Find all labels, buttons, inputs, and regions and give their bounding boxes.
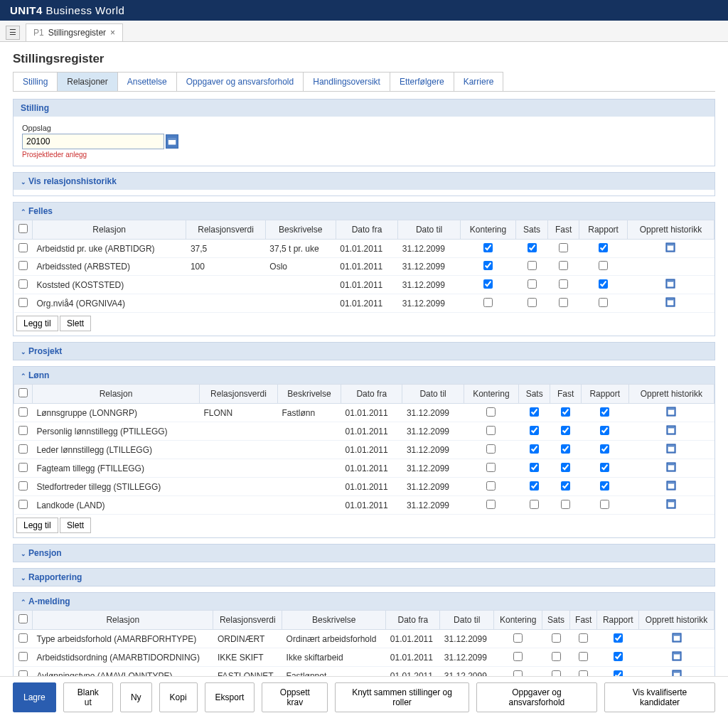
oppsettkrav-button[interactable]: Oppsett krav <box>262 682 328 712</box>
historikk-icon[interactable] <box>672 651 682 661</box>
checkbox[interactable] <box>486 481 496 491</box>
checkbox[interactable] <box>486 444 496 454</box>
leggtil-button[interactable]: Legg til <box>16 316 58 331</box>
tab-stilling[interactable]: Stilling <box>13 72 58 91</box>
checkbox[interactable] <box>483 243 493 252</box>
checkbox[interactable] <box>600 426 609 435</box>
historikk-icon[interactable] <box>665 279 675 289</box>
row-select-checkbox[interactable] <box>18 481 28 491</box>
checkbox[interactable] <box>559 298 568 307</box>
checkbox[interactable] <box>600 407 609 417</box>
checkbox[interactable] <box>600 444 609 454</box>
row-select-checkbox[interactable] <box>18 463 28 472</box>
tab-oppgaver[interactable]: Oppgaver og ansvarsforhold <box>176 72 304 91</box>
section-amelding-head[interactable]: ⌃A-melding <box>14 593 714 610</box>
checkbox[interactable] <box>486 407 496 417</box>
blankut-button[interactable]: Blank ut <box>63 682 113 712</box>
oppslag-input[interactable] <box>22 134 164 149</box>
checkbox[interactable] <box>561 463 570 472</box>
checkbox[interactable] <box>600 463 609 472</box>
lookup-button[interactable] <box>166 134 178 149</box>
table-row[interactable]: Koststed (KOSTSTED)01.01.201131.12.2099 <box>14 276 714 294</box>
row-select-checkbox[interactable] <box>18 444 28 454</box>
checkbox[interactable] <box>599 298 608 307</box>
row-select-checkbox[interactable] <box>18 298 28 307</box>
row-select-checkbox[interactable] <box>18 633 28 643</box>
leggtil-button[interactable]: Legg til <box>16 518 58 533</box>
tab-relasjoner[interactable]: Relasjoner <box>57 72 117 91</box>
knytt-button[interactable]: Knytt sammen stillinger og roller <box>335 682 469 712</box>
table-row[interactable]: Arbeidstidsordning (AMARBTIDORDNING)IKKE… <box>14 648 714 667</box>
checkbox[interactable] <box>483 298 493 307</box>
lagre-button[interactable]: Lagre <box>13 682 56 712</box>
checkbox[interactable] <box>528 298 537 307</box>
table-row[interactable]: Arbeidstid pr. uke (ARBTIDGR)37,537,5 t … <box>14 240 714 258</box>
checkbox[interactable] <box>530 426 539 435</box>
close-icon[interactable]: × <box>110 28 115 38</box>
row-select-checkbox[interactable] <box>18 407 28 417</box>
oppgaver-button[interactable]: Oppgaver og ansvarsforhold <box>476 682 597 712</box>
eksport-button[interactable]: Eksport <box>205 682 255 712</box>
checkbox[interactable] <box>528 243 537 252</box>
tab-handlingsoversikt[interactable]: Handlingsoversikt <box>303 72 390 91</box>
checkbox[interactable] <box>513 652 523 661</box>
select-all-checkbox[interactable] <box>18 388 28 397</box>
row-select-checkbox[interactable] <box>18 243 28 252</box>
table-row[interactable]: Stedfortreder tillegg (STILLEGG)01.01.20… <box>14 478 714 496</box>
checkbox[interactable] <box>614 633 623 643</box>
historikk-icon[interactable] <box>666 499 676 509</box>
table-row[interactable]: Arbeidssted (ARBSTED)100Oslo01.01.201131… <box>14 258 714 276</box>
table-row[interactable]: Landkode (LAND)01.01.201131.12.2099 <box>14 496 714 515</box>
checkbox[interactable] <box>561 407 570 417</box>
section-felles-head[interactable]: ⌃Felles <box>14 203 714 220</box>
historikk-icon[interactable] <box>666 444 676 454</box>
historikk-icon[interactable] <box>666 407 676 417</box>
checkbox[interactable] <box>530 481 539 491</box>
section-vis-historikk-head[interactable]: ⌄Vis relasjonshistorikk <box>14 173 714 190</box>
checkbox[interactable] <box>483 279 493 289</box>
checkbox[interactable] <box>486 426 496 435</box>
checkbox[interactable] <box>599 261 608 270</box>
table-row[interactable]: Lønnsgruppe (LONNGRP)FLONNFastlønn01.01.… <box>14 404 714 422</box>
checkbox[interactable] <box>600 500 609 509</box>
tab-karriere[interactable]: Karriere <box>454 72 504 91</box>
checkbox[interactable] <box>530 500 539 509</box>
slett-button[interactable]: Slett <box>60 518 91 533</box>
checkbox[interactable] <box>483 261 493 270</box>
menu-icon[interactable]: ☰ <box>6 26 20 40</box>
row-select-checkbox[interactable] <box>18 500 28 509</box>
section-rapportering-head[interactable]: ⌄Rapportering <box>14 569 714 586</box>
checkbox[interactable] <box>530 463 539 472</box>
checkbox[interactable] <box>486 463 496 472</box>
checkbox[interactable] <box>599 279 608 289</box>
historikk-icon[interactable] <box>666 481 676 491</box>
table-row[interactable]: Leder lønnstillegg (LTILLEGG)01.01.20113… <box>14 441 714 459</box>
row-select-checkbox[interactable] <box>18 652 28 661</box>
historikk-icon[interactable] <box>665 297 675 307</box>
checkbox[interactable] <box>552 633 561 643</box>
checkbox[interactable] <box>559 243 568 252</box>
checkbox[interactable] <box>559 279 568 289</box>
checkbox[interactable] <box>559 261 568 270</box>
table-row[interactable]: Org.nviå4 (ORGNIVA4)01.01.201131.12.2099 <box>14 294 714 313</box>
historikk-icon[interactable] <box>665 242 675 252</box>
checkbox[interactable] <box>579 633 588 643</box>
kopi-button[interactable]: Kopi <box>159 682 198 712</box>
tab-ansettelse[interactable]: Ansettelse <box>117 72 177 91</box>
checkbox[interactable] <box>528 261 537 270</box>
checkbox[interactable] <box>530 407 539 417</box>
section-pensjon-head[interactable]: ⌄Pensjon <box>14 545 714 562</box>
row-select-checkbox[interactable] <box>18 426 28 435</box>
checkbox[interactable] <box>600 481 609 491</box>
checkbox[interactable] <box>552 652 561 661</box>
table-row[interactable]: Personlig lønnstillegg (PTILLEGG)01.01.2… <box>14 422 714 441</box>
checkbox[interactable] <box>561 481 570 491</box>
viskvalifiserte-button[interactable]: Vis kvalifiserte kandidater <box>604 682 715 712</box>
historikk-icon[interactable] <box>666 425 676 435</box>
checkbox[interactable] <box>513 633 523 643</box>
checkbox[interactable] <box>530 444 539 454</box>
historikk-icon[interactable] <box>672 633 682 643</box>
checkbox[interactable] <box>486 500 496 509</box>
checkbox[interactable] <box>614 652 623 661</box>
checkbox[interactable] <box>579 652 588 661</box>
